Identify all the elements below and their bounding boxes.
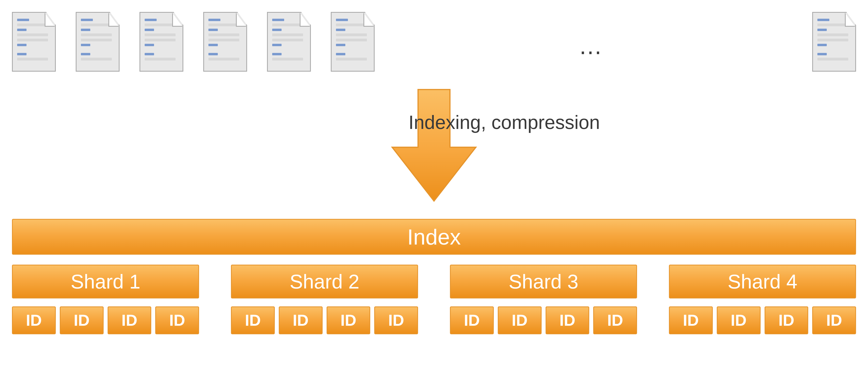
id-box: ID [450, 307, 494, 334]
id-box: ID [231, 307, 275, 334]
id-row: ID ID ID ID [669, 307, 856, 334]
document-icon [76, 12, 120, 72]
shard-bar: Shard 2 [231, 265, 418, 299]
id-label: ID [731, 311, 747, 329]
id-box: ID [12, 307, 56, 334]
id-label: ID [74, 311, 90, 329]
index-label: Index [407, 224, 461, 249]
shard-label: Shard 2 [289, 270, 359, 293]
id-box: ID [498, 307, 541, 334]
id-label: ID [559, 311, 575, 329]
document-icon [12, 12, 56, 72]
diagram-canvas: … Indexing, compression Index [0, 0, 868, 386]
id-label: ID [778, 311, 794, 329]
arrow-label: Indexing, compression [408, 111, 600, 133]
shard-label: Shard 4 [727, 270, 797, 293]
id-box: ID [669, 307, 713, 334]
document-icon [203, 12, 247, 72]
documents-row: … [12, 12, 856, 72]
id-box: ID [155, 307, 199, 334]
id-box: ID [107, 307, 151, 334]
id-box: ID [279, 307, 322, 334]
ellipsis: … [395, 26, 792, 58]
shard-row: Shard 1 ID ID ID ID Shard 2 ID ID ID ID … [12, 265, 856, 334]
id-label: ID [512, 311, 528, 329]
id-label: ID [293, 311, 309, 329]
id-label: ID [245, 311, 261, 329]
id-box: ID [593, 307, 637, 334]
id-label: ID [388, 311, 404, 329]
id-box: ID [60, 307, 104, 334]
shard-label: Shard 1 [70, 270, 140, 293]
id-label: ID [464, 311, 480, 329]
document-icon [331, 12, 375, 72]
document-icon [812, 12, 856, 72]
shard-bar: Shard 3 [450, 265, 637, 299]
id-box: ID [374, 307, 418, 334]
id-row: ID ID ID ID [12, 307, 199, 334]
shard-group: Shard 3 ID ID ID ID [450, 265, 637, 334]
id-label: ID [826, 311, 842, 329]
id-label: ID [121, 311, 137, 329]
shard-label: Shard 3 [508, 270, 578, 293]
id-label: ID [683, 311, 699, 329]
shard-bar: Shard 1 [12, 265, 199, 299]
shard-bar: Shard 4 [669, 265, 856, 299]
id-box: ID [765, 307, 808, 334]
shard-group: Shard 4 ID ID ID ID [669, 265, 856, 334]
document-icon [267, 12, 311, 72]
id-box: ID [717, 307, 761, 334]
down-arrow-icon [392, 90, 476, 201]
id-row: ID ID ID ID [231, 307, 418, 334]
id-box: ID [327, 307, 370, 334]
shard-group: Shard 1 ID ID ID ID [12, 265, 199, 334]
id-box: ID [546, 307, 589, 334]
id-label: ID [26, 311, 42, 329]
id-label: ID [607, 311, 623, 329]
index-bar: Index [12, 219, 856, 255]
id-box: ID [812, 307, 856, 334]
id-label: ID [169, 311, 185, 329]
id-row: ID ID ID ID [450, 307, 637, 334]
document-icon [140, 12, 183, 72]
shard-group: Shard 2 ID ID ID ID [231, 265, 418, 334]
id-label: ID [340, 311, 356, 329]
